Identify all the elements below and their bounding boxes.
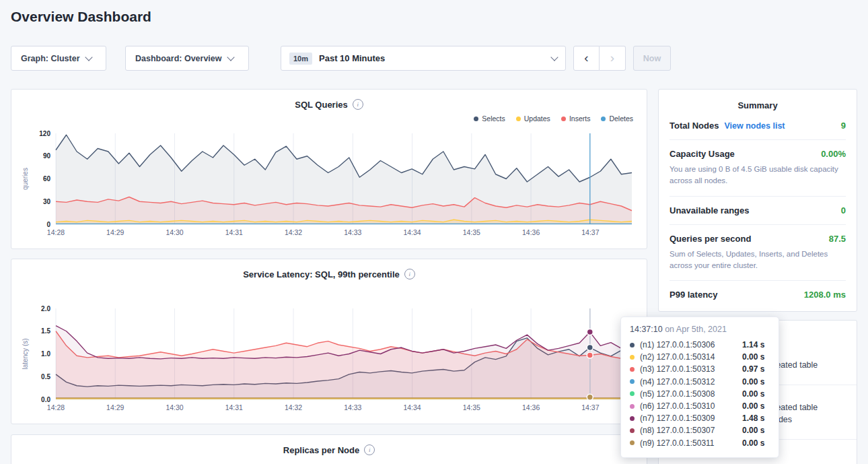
- tooltip-node-value: 0.00 s: [742, 401, 764, 411]
- tooltip-node-address: (n8) 127.0.0.1:50307: [640, 426, 742, 435]
- tooltip-node-row: (n6) 127.0.0.1:503100.00 s: [630, 400, 770, 412]
- graph-dropdown[interactable]: Graph: Cluster: [11, 46, 106, 71]
- summary-row: P99 latency1208.0 ms: [670, 281, 846, 308]
- legend-item[interactable]: Selects: [474, 114, 505, 123]
- event-subtext: nodes: [769, 413, 850, 426]
- summary-row-value: 0.00%: [821, 149, 846, 159]
- tooltip-node-value: 1.14 s: [742, 340, 764, 350]
- tooltip-node-row: (n4) 127.0.0.1:503120.00 s: [630, 376, 770, 388]
- summary-row-value: 0: [841, 205, 846, 216]
- tooltip-node-value: 0.00 s: [742, 438, 764, 448]
- legend-label: Updates: [524, 114, 550, 123]
- tooltip-node-row: (n5) 127.0.0.1:503080.00 s: [630, 388, 770, 400]
- summary-row-label: Queries per second: [670, 234, 751, 244]
- sql-queries-chart-title: SQL Queries: [295, 100, 348, 110]
- summary-row: Total NodesView nodes list9: [670, 112, 846, 140]
- dashboard-dropdown-label: Dashboard: Overview: [135, 54, 222, 63]
- view-nodes-list-link[interactable]: View nodes list: [724, 121, 785, 131]
- chevron-down-icon: [85, 53, 92, 61]
- svg-text:14:28: 14:28: [47, 228, 65, 236]
- svg-text:14:34: 14:34: [403, 403, 421, 411]
- sql-queries-legend: SelectsUpdatesInsertsDeletes: [20, 112, 639, 125]
- summary-row-value: 87.5: [829, 234, 846, 244]
- summary-row: Queries per second87.5Sum of Selects, Up…: [670, 225, 846, 281]
- svg-text:14:32: 14:32: [285, 403, 302, 411]
- svg-text:14:35: 14:35: [463, 228, 480, 236]
- summary-row-caption: You are using 0 B of 4.5 GiB usable disk…: [670, 164, 846, 187]
- tooltip-node-row: (n1) 127.0.0.1:503061.14 s: [630, 339, 770, 351]
- svg-text:14:30: 14:30: [166, 403, 183, 411]
- prev-time-button[interactable]: ‹: [573, 46, 600, 71]
- series-color-dot-icon: [630, 355, 635, 360]
- tooltip-node-address: (n4) 127.0.0.1:50312: [640, 377, 742, 387]
- tooltip-node-value: 0.00 s: [742, 426, 764, 435]
- svg-text:14:33: 14:33: [344, 228, 361, 236]
- tooltip-date: on Apr 5th, 2021: [665, 325, 727, 334]
- legend-item[interactable]: Inserts: [561, 114, 591, 123]
- summary-title: Summary: [670, 100, 846, 110]
- svg-text:1.0: 1.0: [41, 350, 50, 358]
- service-latency-chart-title: Service Latency: SQL, 99th percentile: [243, 269, 400, 279]
- svg-text:14:31: 14:31: [225, 228, 243, 236]
- svg-text:14:29: 14:29: [106, 403, 124, 411]
- svg-text:14:37: 14:37: [581, 228, 599, 236]
- svg-text:14:29: 14:29: [106, 228, 124, 236]
- svg-text:latency (s): latency (s): [22, 338, 29, 369]
- series-color-dot-icon: [630, 367, 635, 372]
- tooltip-timestamp: 14:37:10 on Apr 5th, 2021: [630, 325, 770, 334]
- tooltip-node-address: (n3) 127.0.0.1:50313: [640, 364, 742, 374]
- svg-text:14:36: 14:36: [522, 403, 540, 411]
- summary-row-value: 9: [841, 121, 846, 131]
- legend-item[interactable]: Updates: [516, 114, 550, 123]
- svg-text:0: 0: [46, 221, 50, 228]
- time-range-dropdown[interactable]: 10m Past 10 Minutes: [281, 46, 566, 71]
- series-color-dot-icon: [561, 117, 566, 121]
- legend-label: Inserts: [569, 114, 591, 123]
- svg-text:14:30: 14:30: [166, 228, 183, 236]
- now-button[interactable]: Now: [633, 46, 671, 71]
- service-latency-chart[interactable]: 14:2814:2914:3014:3114:3214:3314:3414:35…: [20, 305, 639, 416]
- replicas-per-node-chart-card: Replicas per Node i: [11, 434, 647, 464]
- series-color-dot-icon: [630, 404, 635, 409]
- svg-text:90: 90: [43, 152, 51, 160]
- series-color-dot-icon: [630, 416, 635, 421]
- series-color-dot-icon: [630, 428, 635, 433]
- chevron-down-icon: [227, 53, 234, 61]
- svg-text:14:37: 14:37: [581, 403, 599, 411]
- tooltip-node-address: (n9) 127.0.0.1:50311: [640, 438, 742, 448]
- service-latency-chart-card: Service Latency: SQL, 99th percentile i …: [11, 259, 647, 424]
- legend-item[interactable]: Deletes: [601, 114, 633, 123]
- summary-row-label: Unavailable ranges: [670, 205, 750, 216]
- tooltip-node-row: (n3) 127.0.0.1:503130.97 s: [630, 363, 770, 375]
- svg-text:14:35: 14:35: [463, 403, 480, 411]
- summary-row: Unavailable ranges0: [670, 197, 846, 225]
- series-color-dot-icon: [630, 391, 635, 396]
- tooltip-node-row: (n7) 127.0.0.1:503091.48 s: [630, 412, 770, 424]
- legend-label: Selects: [482, 114, 505, 123]
- tooltip-node-value: 1.48 s: [742, 413, 764, 423]
- svg-text:14:36: 14:36: [522, 228, 540, 236]
- tooltip-node-row: (n2) 127.0.0.1:503140.00 s: [630, 351, 770, 363]
- sql-queries-chart-card: SQL Queries i SelectsUpdatesInsertsDelet…: [11, 89, 647, 249]
- sql-queries-chart[interactable]: 14:2814:2914:3014:3114:3214:3314:3414:35…: [20, 130, 639, 240]
- summary-row-label: P99 latency: [670, 290, 718, 300]
- tooltip-node-value: 0.00 s: [742, 389, 764, 399]
- series-color-dot-icon: [601, 117, 606, 121]
- tooltip-node-value: 0.97 s: [742, 364, 764, 374]
- svg-text:30: 30: [43, 198, 51, 205]
- svg-text:2.0: 2.0: [41, 305, 50, 312]
- tooltip-node-address: (n2) 127.0.0.1:50314: [640, 352, 742, 362]
- time-range-label: Past 10 Minutes: [319, 53, 385, 63]
- svg-text:14:28: 14:28: [47, 403, 65, 411]
- next-time-button[interactable]: ›: [600, 46, 626, 71]
- dashboard-dropdown[interactable]: Dashboard: Overview: [125, 46, 249, 71]
- svg-text:120: 120: [39, 130, 50, 137]
- info-icon[interactable]: i: [353, 99, 363, 110]
- info-icon[interactable]: i: [404, 269, 415, 279]
- replicas-chart-title: Replicas per Node: [283, 445, 359, 455]
- info-icon[interactable]: i: [364, 444, 375, 455]
- tooltip-node-value: 0.00 s: [742, 352, 764, 362]
- series-color-dot-icon: [630, 379, 635, 384]
- summary-row-value: 1208.0 ms: [804, 290, 846, 300]
- svg-text:14:31: 14:31: [225, 403, 243, 411]
